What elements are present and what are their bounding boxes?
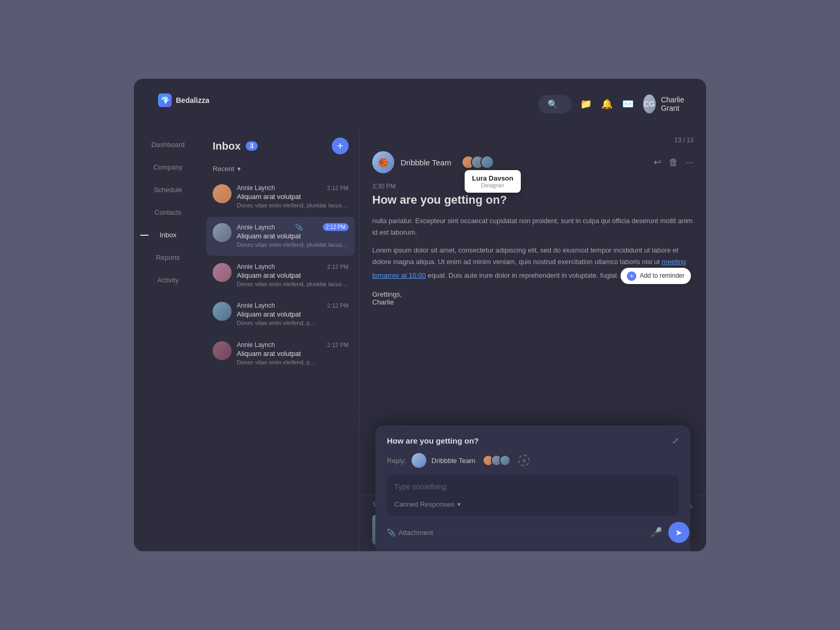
sidebar-label-company: Company — [153, 163, 183, 171]
email-actions: ↩ 🗑 ··· — [654, 156, 694, 168]
send-button[interactable]: ➤ — [668, 522, 689, 543]
inbox-sender: Annie Laynch — [237, 224, 275, 231]
sender-name: Dribbble Team — [401, 158, 451, 167]
sidebar-item-dashboard[interactable]: Dashboard — [134, 134, 202, 155]
reply-attachment-row[interactable]: 📎 Attachment — [387, 529, 650, 537]
inbox-subject: Aliquam arat volutpat — [237, 271, 349, 279]
inbox-preview: Donec vitae enim eleifend, p... — [237, 359, 349, 366]
canned-responses-chevron-icon: ▾ — [457, 500, 461, 508]
inbox-item-content: Annie Laynch 2:12 PM Aliquam arat volutp… — [237, 263, 349, 288]
app-window: 💎 Bedalizza 🔍 📁 🔔 ✉️ CG Charlie Grant Da… — [134, 79, 706, 551]
avatar — [213, 302, 232, 321]
delete-icon[interactable]: 🗑 — [669, 157, 678, 168]
recent-label[interactable]: Recent ▾ — [202, 163, 359, 178]
avatar — [213, 341, 232, 360]
inbox-item-top: Annie Laynch 2:12 PM — [237, 263, 349, 270]
reminder-label: Add to reminder — [639, 270, 684, 281]
tooltip-role: Designer — [472, 182, 513, 188]
plus-circle-icon: + — [627, 271, 636, 281]
inbox-preview: Donec vitae enim eleifend, pluvidar lacu… — [237, 280, 349, 288]
sidebar-item-reports[interactable]: Reports — [134, 247, 202, 268]
reply-team-avatars — [482, 455, 511, 466]
mail-icon[interactable]: ✉️ — [622, 98, 634, 110]
inbox-time: 2:12 PM — [327, 185, 349, 191]
reply-team-avatar — [499, 455, 511, 466]
avatar — [213, 223, 232, 242]
email-body-para2-start: Lorem ipsum dolor sit amet, consectetur … — [372, 246, 678, 266]
inbox-time: 2:12 PM — [323, 223, 349, 231]
reply-modal: How are you getting on? ⤢ Reply: Dribbbl… — [375, 425, 690, 551]
avatar — [213, 184, 232, 203]
inbox-badge: 3 — [246, 141, 258, 151]
inbox-title: Inbox 3 — [213, 140, 258, 152]
folder-icon[interactable]: 📁 — [580, 98, 592, 110]
topbar-actions: 📁 🔔 ✉️ CG Charlie Grant — [580, 94, 690, 113]
reply-to-row: Reply: Dribbble Team + — [387, 453, 679, 468]
add-recipient-button[interactable]: + — [518, 455, 530, 466]
logo: 💎 Bedalizza — [150, 88, 461, 120]
reminder-popup[interactable]: + Add to reminder — [621, 268, 690, 284]
canned-responses-button[interactable]: Canned Responses ▾ — [394, 500, 671, 508]
user-info[interactable]: CG Charlie Grant — [643, 94, 690, 113]
greeting-line2: Charlie — [372, 298, 694, 306]
inbox-item-top: Annie Laynch 2:12 PM — [237, 341, 349, 349]
inbox-header: Inbox 3 + — [202, 129, 359, 163]
inbox-sender: Annie Laynch — [237, 341, 275, 349]
sidebar-item-company[interactable]: Company — [134, 157, 202, 177]
inbox-item-content: Annie Laynch 2:12 PM Aliquam arat volutp… — [237, 302, 349, 327]
more-icon[interactable]: ··· — [686, 157, 694, 168]
list-item[interactable]: Annie Laynch 📎 2:12 PM Aliquam arat volu… — [206, 217, 355, 255]
inbox-time: 2:12 PM — [327, 302, 349, 309]
email-greeting: Grettings, Charlie — [372, 290, 694, 306]
reply-footer: 📎 Attachment 🎤 ➤ — [387, 522, 679, 543]
inbox-sender: Annie Laynch — [237, 302, 275, 309]
email-body-para2-end: equat. Duis aute irure dolor in reprehen… — [428, 271, 619, 279]
inbox-item-content: Annie Laynch 📎 2:12 PM Aliquam arat volu… — [237, 223, 349, 249]
list-item[interactable]: Annie Laynch 2:12 PM Aliquam arat volutp… — [206, 296, 355, 333]
team-avatars — [461, 155, 494, 169]
expand-icon[interactable]: ⤢ — [672, 436, 679, 446]
email-header: 🏀 Dribbble Team Lura Davson Designer ↩ 🗑… — [360, 147, 706, 180]
email-subject: How are you getting on? — [372, 193, 694, 207]
search-bar[interactable]: 🔍 — [538, 95, 572, 113]
reply-body[interactable]: Type something Canned Responses ▾ — [387, 475, 679, 516]
sidebar-label-dashboard: Dashboard — [151, 141, 185, 149]
email-body-para2: Lorem ipsum dolor sit amet, consectetur … — [372, 245, 694, 284]
inbox-sender: Annie Laynch — [237, 184, 275, 192]
inbox-preview: Donec vitae enim eleifend, pluvidar lacu… — [237, 241, 349, 249]
mic-icon[interactable]: 🎤 — [650, 527, 662, 538]
email-nav: 13 / 13 — [360, 129, 706, 147]
bell-icon[interactable]: 🔔 — [601, 98, 613, 110]
inbox-item-content: Annie Laynch 2:12 PM Aliquam arat volutp… — [237, 341, 349, 366]
sidebar: Dashboard Company Schedule Contacts Inbo… — [134, 129, 202, 551]
sidebar-item-schedule[interactable]: Schedule — [134, 180, 202, 200]
team-avatar — [480, 155, 494, 169]
reply-modal-title: How are you getting on? — [387, 436, 479, 445]
list-item[interactable]: Annie Laynch 2:12 PM Aliquam arat volutp… — [206, 178, 355, 216]
sidebar-item-contacts[interactable]: Contacts — [134, 202, 202, 223]
topbar: 💎 Bedalizza 🔍 📁 🔔 ✉️ CG Charlie Grant — [134, 79, 706, 129]
logo-text: Bedalizza — [176, 96, 209, 104]
reply-sender-name: Dribbble Team — [432, 457, 476, 465]
list-item[interactable]: Annie Laynch 2:12 PM Aliquam arat volutp… — [206, 335, 355, 373]
inbox-time: 2:12 PM — [327, 342, 349, 348]
main-layout: Dashboard Company Schedule Contacts Inbo… — [134, 129, 706, 551]
inbox-preview: Donec vitae enim eleifend, pluvidar lacu… — [237, 202, 349, 209]
canned-responses-label: Canned Responses — [394, 500, 454, 508]
sidebar-label-contacts: Contacts — [154, 208, 181, 216]
search-icon: 🔍 — [548, 99, 558, 109]
sidebar-item-activity[interactable]: Activity — [134, 270, 202, 290]
inbox-title-text: Inbox — [213, 140, 240, 152]
list-item[interactable]: Annie Laynch 2:12 PM Aliquam arat volutp… — [206, 257, 355, 295]
inbox-item-top: Annie Laynch 2:12 PM — [237, 184, 349, 192]
add-button[interactable]: + — [332, 138, 349, 154]
inbox-item-content: Annie Laynch 2:12 PM Aliquam arat volutp… — [237, 184, 349, 209]
reply-sender-avatar — [412, 453, 426, 468]
inbox-panel: Inbox 3 + Recent ▾ Annie Laynch 2:12 PM — [202, 129, 360, 551]
reply-icon[interactable]: ↩ — [654, 156, 662, 168]
tooltip-name: Lura Davson — [472, 174, 513, 182]
inbox-subject: Aliquam arat volutpat — [237, 310, 349, 318]
recent-chevron-icon: ▾ — [237, 165, 241, 173]
sidebar-item-inbox[interactable]: Inbox — [134, 225, 202, 245]
inbox-item-top: Annie Laynch 📎 2:12 PM — [237, 223, 349, 231]
